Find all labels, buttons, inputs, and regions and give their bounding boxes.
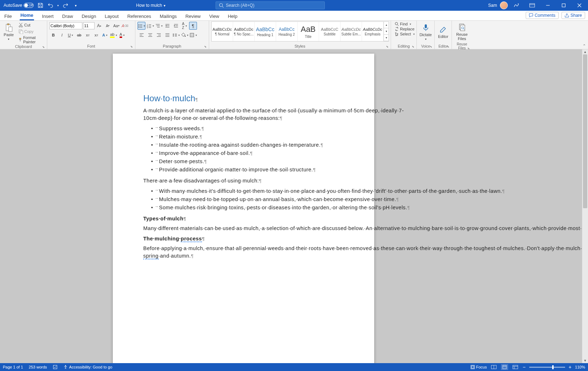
scroll-down-button[interactable]: ▼ — [582, 358, 588, 363]
tab-home[interactable]: Home — [20, 11, 34, 20]
qat-customize[interactable]: ▾ — [72, 2, 79, 9]
tab-references[interactable]: References — [126, 12, 151, 20]
focus-mode-button[interactable]: Focus — [471, 365, 487, 369]
accessibility-status[interactable]: Accessibility: Good to go — [63, 365, 112, 369]
zoom-in-button[interactable]: + — [569, 364, 572, 370]
tab-help[interactable]: Help — [227, 12, 238, 20]
reuse-files-button[interactable]: Reuse Files — [454, 21, 470, 42]
dictate-button[interactable]: Dictate▾ — [419, 21, 432, 42]
scroll-thumb[interactable] — [583, 54, 587, 208]
style-item[interactable]: AaBbCcDcSubtle Em... — [341, 22, 362, 41]
autosave-toggle[interactable]: AutoSave Off — [4, 3, 34, 8]
style-item[interactable]: AaBbCcHeading 1 — [255, 22, 276, 41]
tab-view[interactable]: View — [208, 12, 220, 20]
style-item[interactable]: AaBbCcCSubtitle — [319, 22, 341, 41]
coming-soon-icon[interactable] — [509, 0, 524, 11]
tab-insert[interactable]: Insert — [41, 12, 54, 20]
text-effects-button[interactable]: A — [101, 31, 109, 39]
save-icon[interactable] — [37, 2, 44, 9]
clear-format-button[interactable]: A⌫ — [121, 22, 129, 30]
collapse-ribbon-button[interactable]: ⌃ — [583, 44, 586, 48]
font-color-button[interactable]: A — [118, 31, 126, 39]
bold-button[interactable]: B — [49, 31, 57, 39]
style-item[interactable]: AaBTitle — [298, 22, 319, 41]
align-left-button[interactable] — [138, 31, 145, 39]
page-indicator[interactable]: Page 1 of 1 — [3, 365, 23, 369]
font-size-select[interactable] — [83, 22, 95, 29]
decrease-indent-button[interactable] — [163, 22, 171, 30]
scroll-up-button[interactable]: ▲ — [582, 49, 588, 54]
share-button[interactable]: Share — [562, 12, 585, 19]
underline-button[interactable]: U — [67, 31, 74, 39]
zoom-out-button[interactable]: − — [522, 364, 525, 370]
style-scroll-button[interactable]: ▾ — [384, 35, 389, 41]
style-item[interactable]: AaBbCcDc¶ No Spac... — [233, 22, 255, 41]
numbering-button[interactable]: 123 — [146, 22, 154, 30]
shading-button[interactable] — [180, 31, 188, 39]
redo-button[interactable] — [62, 2, 69, 9]
borders-button[interactable] — [189, 31, 197, 39]
multilevel-button[interactable] — [155, 22, 163, 30]
comments-button[interactable]: Comments — [526, 12, 559, 19]
shrink-font-button[interactable]: A▾ — [104, 22, 112, 30]
format-painter-button[interactable]: Format Painter — [17, 35, 45, 44]
style-item[interactable]: AaBbCcDcEmphasis — [362, 22, 384, 41]
close-button[interactable] — [572, 0, 587, 11]
tab-layout[interactable]: Layout — [104, 12, 119, 20]
read-mode-button[interactable] — [490, 364, 497, 370]
ribbon-mode-icon[interactable] — [525, 0, 539, 11]
tab-mailings[interactable]: Mailings — [159, 12, 178, 20]
zoom-slider[interactable] — [529, 367, 565, 368]
select-button[interactable]: Select — [393, 31, 416, 36]
document-area[interactable]: How·to·mulch¶ A·mulch·is·a·layer·of·mate… — [0, 49, 588, 363]
style-item[interactable]: AaBbCcDc¶ Normal — [212, 22, 233, 41]
tab-file[interactable]: File — [4, 12, 13, 20]
styles-gallery[interactable]: AaBbCcDc¶ NormalAaBbCcDc¶ No Spac...AaBb… — [211, 21, 389, 42]
tab-review[interactable]: Review — [185, 12, 202, 20]
style-scroll-button[interactable]: ▾ — [384, 28, 389, 35]
subscript-button[interactable]: x2 — [84, 31, 92, 39]
italic-button[interactable]: I — [58, 31, 66, 39]
highlight-button[interactable]: ab — [110, 31, 117, 39]
paste-button[interactable]: Paste ▾ — [2, 21, 15, 42]
tab-draw[interactable]: Draw — [62, 12, 74, 20]
maximize-button[interactable] — [556, 0, 571, 11]
svg-point-19 — [139, 24, 139, 25]
replace-button[interactable]: Replace — [393, 26, 416, 31]
sort-button[interactable]: AZ — [180, 22, 188, 30]
justify-button[interactable] — [163, 31, 171, 39]
print-layout-button[interactable] — [501, 364, 508, 370]
show-marks-button[interactable]: ¶ — [189, 22, 197, 30]
style-scroll-button[interactable]: ▴ — [384, 22, 389, 28]
style-item[interactable]: AaBbCcHeading 2 — [276, 22, 298, 41]
superscript-button[interactable]: x2 — [92, 31, 100, 39]
web-layout-button[interactable] — [512, 364, 519, 370]
word-count[interactable]: 253 words — [29, 365, 47, 369]
editor-button[interactable]: Editor — [437, 21, 449, 42]
grow-font-button[interactable]: A▴ — [95, 22, 103, 30]
vertical-scrollbar[interactable]: ▲ ▼ — [582, 49, 588, 363]
undo-button[interactable] — [47, 2, 54, 9]
doc-heading-1: How·to·mulch¶ — [143, 92, 344, 105]
search-box[interactable]: Search (Alt+Q) — [216, 1, 325, 9]
user-avatar[interactable] — [500, 1, 508, 9]
svg-point-11 — [19, 26, 20, 27]
change-case-button[interactable]: Aa▾ — [112, 22, 120, 30]
document-title[interactable]: How to mulch ▾ — [136, 3, 165, 8]
tab-design[interactable]: Design — [81, 12, 97, 20]
spellcheck-icon[interactable] — [53, 365, 58, 370]
cut-button[interactable]: Cut — [17, 22, 45, 28]
copy-button[interactable]: Copy — [17, 29, 45, 34]
align-right-button[interactable] — [155, 31, 163, 39]
increase-indent-button[interactable] — [172, 22, 180, 30]
align-center-button[interactable] — [146, 31, 154, 39]
minimize-button[interactable] — [541, 0, 555, 11]
bullets-button[interactable] — [138, 22, 145, 30]
line-spacing-button[interactable] — [172, 31, 180, 39]
list-item: →Retain·moisture.¶ — [151, 133, 344, 141]
group-paragraph-label: Paragraph — [138, 44, 207, 49]
zoom-level[interactable]: 110% — [575, 365, 585, 369]
strike-button[interactable]: ab — [75, 31, 83, 39]
find-button[interactable]: Find — [393, 21, 413, 26]
font-name-select[interactable] — [49, 22, 82, 29]
